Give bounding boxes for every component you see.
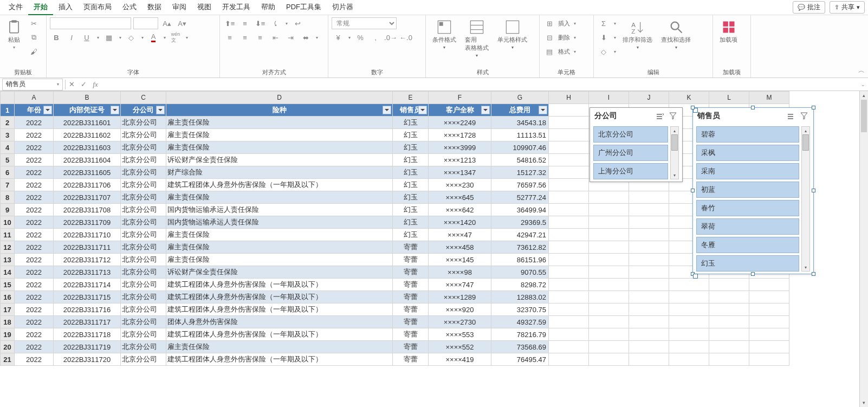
merge-button[interactable]: ⬌ [299,31,312,43]
cell[interactable]: 北京分公司 [121,353,166,366]
cell[interactable] [589,229,629,241]
cell[interactable] [629,353,669,366]
cell[interactable]: 8298.72 [491,279,549,291]
cell[interactable]: 2022 [15,254,54,266]
filter-dropdown-button[interactable] [156,106,165,114]
percent-button[interactable]: % [354,31,367,43]
table-format-button[interactable]: 套用 表格格式▾ [462,17,492,60]
cell[interactable]: 雇主责任保险 [166,254,393,266]
cell[interactable] [669,353,709,366]
cell[interactable] [709,279,749,291]
cell[interactable] [549,229,589,241]
border-button[interactable]: ▦ [102,31,115,43]
ribbon-collapse-button[interactable]: ︿ [858,66,865,75]
menu-tab-开始[interactable]: 开始 [28,0,53,15]
paste-button[interactable]: 粘贴 ▾ [3,17,25,52]
cell[interactable]: 2022BJ311710 [54,229,121,241]
cell[interactable] [629,191,669,204]
cell[interactable] [589,328,629,341]
cell[interactable]: ××××98 [429,266,491,279]
cell[interactable] [549,191,589,204]
cell[interactable]: 34543.18 [491,117,549,129]
cell[interactable]: 2022 [15,303,54,316]
cell[interactable] [629,316,669,328]
cell[interactable]: 北京分公司 [121,254,166,266]
align-left-button[interactable]: ≡ [223,31,236,43]
col-header-J[interactable]: J [629,92,669,104]
cell[interactable]: ××××3999 [429,141,491,154]
cell[interactable]: 北京分公司 [121,229,166,241]
menu-tab-数据[interactable]: 数据 [142,0,167,15]
cell[interactable]: 国内货物运输承运人责任保险 [166,216,393,229]
increase-indent-button[interactable]: ⇥ [284,31,297,43]
col-header-D[interactable]: D [166,92,393,104]
cell[interactable] [589,353,629,366]
col-header-I[interactable]: I [589,92,629,104]
align-bottom-button[interactable]: ⬇≡ [254,17,267,29]
cell[interactable]: 2022 [15,117,54,129]
clear-button[interactable]: ◇ [597,46,610,57]
cell[interactable]: 建筑工程团体人身意外伤害保险（一年期及以下） [166,353,393,366]
cell[interactable]: ××××1289 [429,291,491,303]
cell[interactable]: 2022 [15,328,54,341]
filter-dropdown-button[interactable] [111,106,119,114]
cell[interactable]: 2022BJ311720 [54,353,121,366]
cell[interactable]: 2022BJ311719 [54,341,121,353]
align-top-button[interactable]: ⬆≡ [223,17,236,29]
cell[interactable] [669,341,709,353]
row-header[interactable]: 10 [1,216,15,229]
cell[interactable]: ××××47 [429,229,491,241]
row-header[interactable]: 16 [1,291,15,303]
comma-button[interactable]: , [369,31,382,43]
increase-font-button[interactable]: A▴ [160,17,173,29]
cell[interactable] [629,266,669,279]
cell[interactable] [749,353,789,366]
multi-select-icon[interactable] [655,111,665,121]
cell[interactable]: ××××419 [429,353,491,366]
cell[interactable]: 国内货物运输承运人责任保险 [166,204,393,216]
col-header-L[interactable]: L [709,92,749,104]
cell[interactable] [549,241,589,254]
cell[interactable]: 寄蕾 [393,328,429,341]
cell[interactable]: 2022 [15,166,54,179]
autosum-button[interactable]: Σ [597,17,610,29]
col-header-K[interactable]: K [669,92,709,104]
cell[interactable] [669,303,709,316]
cell[interactable]: 寄蕾 [393,316,429,328]
cell[interactable]: 建筑工程团体人身意外伤害保险（一年期及以下） [166,179,393,191]
cell[interactable]: 北京分公司 [121,117,166,129]
clear-filter-icon[interactable] [799,111,809,121]
filter-dropdown-button[interactable] [539,106,547,114]
cell[interactable]: 2022 [15,241,54,254]
cell[interactable] [549,279,589,291]
cell[interactable]: 2022BJ311713 [54,266,121,279]
slicer-scrollbar[interactable]: ▴▾ [670,126,679,179]
col-header-E[interactable]: E [393,92,429,104]
menu-tab-PDF工具集[interactable]: PDF工具集 [281,0,327,15]
filter-dropdown-button[interactable] [481,106,490,114]
fill-color-button[interactable]: ◇ [125,31,138,43]
cell[interactable]: 15127.32 [491,166,549,179]
row-header[interactable]: 4 [1,141,15,154]
cell[interactable]: 9070.55 [491,266,549,279]
menu-tab-公式[interactable]: 公式 [117,0,142,15]
cancel-formula-button[interactable]: ✕ [66,80,77,88]
cell[interactable] [749,341,789,353]
cell[interactable]: 73568.69 [491,341,549,353]
decrease-font-button[interactable]: A▾ [176,17,189,29]
cell[interactable]: 诉讼财产保全责任保险 [166,154,393,166]
cell[interactable] [589,266,629,279]
table-header[interactable]: 销售员 [393,104,429,117]
menu-tab-切片器[interactable]: 切片器 [327,0,359,15]
cell[interactable] [629,279,669,291]
cell[interactable] [589,204,629,216]
cell[interactable] [589,254,629,266]
cell[interactable]: 2022 [15,216,54,229]
copy-button[interactable]: ⧉ [27,31,40,43]
cell[interactable]: 2022 [15,229,54,241]
menu-tab-帮助[interactable]: 帮助 [256,0,281,15]
slicer-item[interactable]: 冬雁 [696,237,799,253]
select-all-corner[interactable] [1,92,15,104]
cell[interactable] [669,316,709,328]
cell[interactable] [549,328,589,341]
